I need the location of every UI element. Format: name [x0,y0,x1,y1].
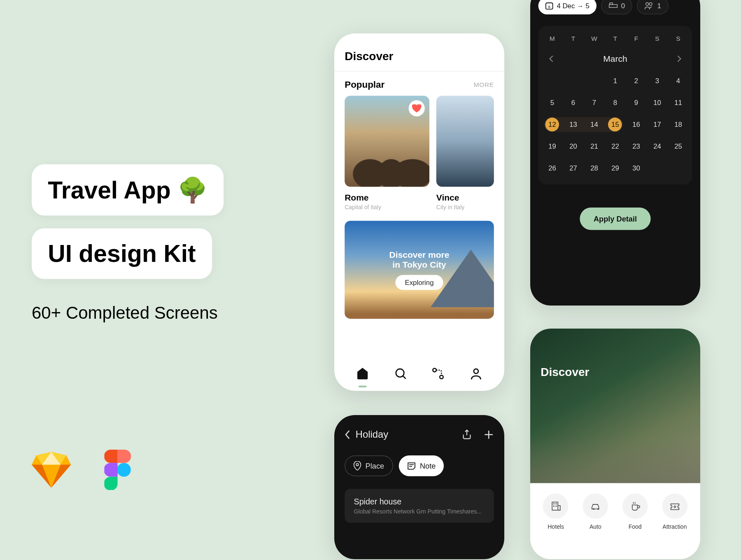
calendar-day[interactable]: 25 [668,140,689,154]
dow-label: T [563,35,584,42]
pill-note[interactable]: Note [398,455,444,476]
calendar-day[interactable]: 19 [542,140,563,154]
figma-icon [104,450,130,490]
calendar-day[interactable]: 22 [605,140,626,154]
category-food[interactable]: Food [622,493,648,530]
next-month-button[interactable] [677,55,682,62]
calendar-day [584,74,605,88]
card-rome[interactable]: Rome Capital of Italy [345,96,429,210]
share-icon [461,429,472,440]
calendar-day[interactable]: 8 [605,96,626,110]
more-link[interactable]: MORE [474,81,494,88]
favorite-button[interactable] [409,100,425,117]
heart-icon [412,104,421,112]
calendar-day[interactable]: 28 [584,161,605,175]
svg-line-8 [403,376,405,379]
calendar-day[interactable]: 7 [584,96,605,110]
calendar-day[interactable]: 6 [563,96,584,110]
calendar-day[interactable]: 30 [626,161,647,175]
bed-icon [608,2,618,9]
calendar-day[interactable]: 18 [668,118,689,132]
building-icon [543,493,569,519]
category-label: Hotels [543,523,569,530]
calendar-day[interactable]: 4 [668,74,689,88]
screen-categories: Discover HotelsAutoFoodAttraction [530,329,700,559]
prev-month-button[interactable] [549,55,553,62]
car-icon [583,493,608,519]
page-title: Holiday [356,429,388,441]
svg-point-24 [593,508,594,510]
calendar-day[interactable]: 13 [563,118,584,132]
calendar-day[interactable]: 11 [668,96,689,110]
calendar-day[interactable]: 15 [605,118,626,132]
month-label: March [603,54,627,63]
item-subtitle: Global Resorts Network Grn Putting Times… [354,509,485,515]
note-icon [407,462,416,470]
apply-button[interactable]: Apply Detail [580,208,650,230]
pill-place-label: Place [366,462,384,470]
calendar-day[interactable]: 3 [647,74,668,88]
category-attraction[interactable]: Attraction [662,493,687,530]
home-icon [356,367,369,380]
calendar-day[interactable]: 9 [626,96,647,110]
calendar-day[interactable]: 20 [563,140,584,154]
bed-chip[interactable]: 0 [601,0,633,14]
promo-banner[interactable]: Discover more in Tokyo City Exploring [345,221,494,319]
calendar-day[interactable]: 26 [542,161,563,175]
dow-label: F [626,35,647,42]
list-item[interactable]: Spider house Global Resorts Network Grn … [345,489,494,523]
plus-icon [484,429,494,440]
svg-point-9 [433,369,436,372]
calendar-day[interactable]: 17 [647,118,668,132]
route-icon [432,367,445,380]
people-icon [645,2,654,10]
calendar-day [563,74,584,88]
back-button[interactable] [345,430,350,439]
exploring-button[interactable]: Exploring [396,275,443,290]
svg-point-26 [674,506,676,508]
svg-rect-21 [556,503,557,504]
category-label: Food [622,523,648,530]
page-title: Discover [541,366,690,379]
dow-label: S [668,35,689,42]
category-label: Attraction [662,523,687,530]
screen-holiday: Holiday Place Note Spider house Global R… [334,415,504,559]
share-button[interactable] [461,429,472,440]
subheading-screens: 60+ Completed Screens [32,303,320,323]
pill-place[interactable]: Place [345,455,393,476]
calendar-day [542,74,563,88]
calendar-day[interactable]: 27 [563,161,584,175]
calendar-day[interactable]: 21 [584,140,605,154]
calendar-day[interactable]: 29 [605,161,626,175]
calendar-day[interactable]: 23 [626,140,647,154]
svg-rect-23 [556,506,557,507]
bed-count: 0 [621,2,625,10]
category-auto[interactable]: Auto [583,493,608,530]
tab-profile[interactable] [468,366,483,381]
screen-calendar: 8 4 Dec → 5 0 1 MTWTFSS March 1234567891… [530,0,700,306]
calendar-day[interactable]: 5 [542,96,563,110]
category-label: Auto [583,523,608,530]
add-button[interactable] [484,429,494,440]
calendar-day[interactable]: 2 [626,74,647,88]
tab-search[interactable] [393,366,408,381]
people-chip[interactable]: 1 [637,0,669,14]
calendar-day[interactable]: 14 [584,118,605,132]
user-icon [470,367,482,380]
calendar-day[interactable]: 1 [605,74,626,88]
calendar-day[interactable]: 12 [542,118,563,132]
calendar-day[interactable]: 24 [647,140,668,154]
svg-point-17 [650,2,652,5]
cup-icon [622,493,648,519]
section-popular: Popuplar [345,79,384,90]
category-hotels[interactable]: Hotels [543,493,569,530]
card-vince[interactable]: Vince City in Italy [436,96,494,210]
date-range-chip[interactable]: 8 4 Dec → 5 [538,0,597,14]
tab-home[interactable] [355,366,370,381]
sketch-icon [32,452,71,488]
tab-route[interactable] [431,366,445,381]
pill-note-label: Note [420,462,436,470]
date-chip-label: 4 Dec → 5 [557,2,589,10]
calendar-day[interactable]: 10 [647,96,668,110]
calendar-day[interactable]: 16 [626,118,647,132]
